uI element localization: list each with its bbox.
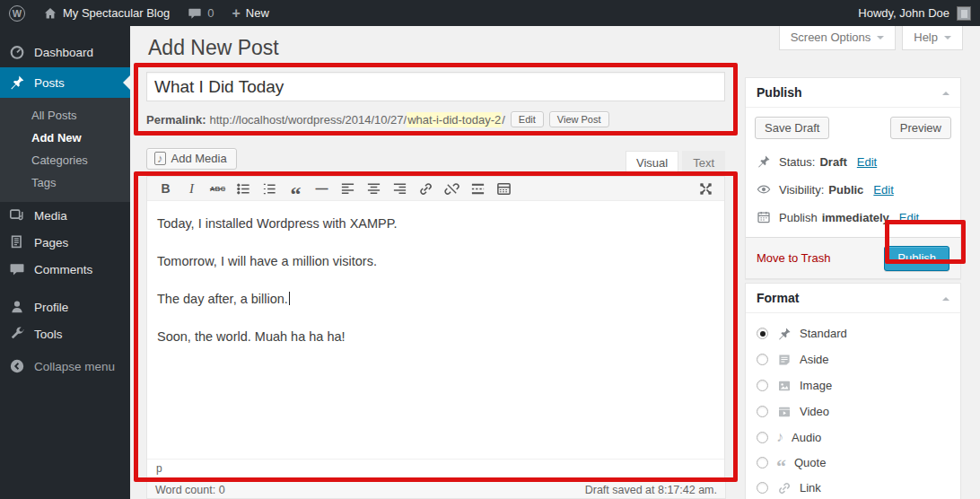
fullscreen-icon[interactable]	[693, 178, 719, 199]
editor-paragraph: Today, I installed Wordpress with XAMPP.	[157, 216, 714, 231]
sidebar-item-pages[interactable]: Pages	[0, 229, 130, 256]
link-icon[interactable]	[413, 178, 439, 199]
dashboard-icon	[8, 44, 25, 61]
toggle-panel-icon[interactable]	[942, 88, 949, 95]
radio[interactable]	[757, 482, 768, 494]
text-cursor	[289, 292, 290, 305]
sidebar-item-all-posts[interactable]: All Posts	[0, 104, 130, 127]
format-option-quote[interactable]: “ Quote	[746, 450, 960, 475]
format-option-image[interactable]: Image	[746, 372, 960, 398]
radio-selected[interactable]	[757, 328, 768, 339]
editor-content[interactable]: Today, I installed Wordpress with XAMPP.…	[147, 201, 724, 382]
pages-icon	[8, 234, 25, 251]
sidebar-item-posts[interactable]: Posts	[0, 67, 130, 98]
toolbar-toggle-icon[interactable]	[491, 178, 517, 199]
toggle-panel-icon[interactable]	[942, 293, 949, 301]
chevron-down-icon	[877, 36, 884, 43]
sidebar-item-collapse-menu[interactable]: Collapse menu	[0, 353, 130, 380]
schedule-row: Publish immediately Edit	[746, 204, 960, 232]
align-center-icon[interactable]	[361, 178, 387, 199]
person-icon	[8, 299, 25, 316]
radio[interactable]	[757, 406, 768, 417]
media-icon	[8, 207, 25, 224]
format-option-aside[interactable]: Aside	[746, 346, 960, 372]
sidebar-item-add-new[interactable]: Add New	[0, 127, 130, 149]
schedule-value: immediately	[822, 211, 889, 224]
wordpress-logo-menu[interactable]: W	[0, 0, 34, 26]
format-option-audio[interactable]: ♪ Audio	[746, 425, 960, 450]
sidebar-label: Posts	[34, 76, 65, 90]
plus-icon: +	[232, 6, 240, 21]
publish-button[interactable]: Publish	[884, 246, 949, 271]
home-icon	[43, 6, 57, 21]
edit-visibility-link[interactable]: Edit	[873, 183, 893, 197]
music-note-icon: ♪	[776, 430, 783, 444]
sidebar-label: Profile	[34, 301, 68, 314]
radio[interactable]	[757, 457, 768, 468]
sidebar-label: Collapse menu	[34, 360, 115, 373]
admin-bar-new[interactable]: + New	[223, 0, 277, 26]
media-icon: ♪	[154, 152, 166, 165]
numbered-list-icon[interactable]	[257, 178, 283, 199]
italic-icon[interactable]: I	[179, 178, 205, 199]
bold-icon[interactable]: B	[153, 178, 179, 199]
editor-toolbar: B I ABC “ —	[147, 177, 724, 201]
sidebar-label: Comments	[34, 263, 92, 276]
admin-bar: W My Spectacular Blog 0 + New Howdy, Joh…	[0, 0, 980, 26]
format-option-video[interactable]: Video	[746, 398, 960, 425]
radio[interactable]	[757, 380, 768, 391]
howdy-account-menu[interactable]: Howdy, John Doe	[858, 6, 949, 20]
sidebar-item-comments[interactable]: Comments	[0, 256, 130, 283]
current-menu-arrow	[116, 75, 130, 90]
view-post-button[interactable]: View Post	[549, 111, 609, 127]
horizontal-rule-icon[interactable]: —	[309, 178, 335, 199]
move-to-trash-link[interactable]: Move to Trash	[757, 251, 830, 265]
posts-submenu: All Posts Add New Categories Tags	[0, 98, 130, 202]
post-title-input[interactable]	[146, 72, 725, 101]
more-tag-icon[interactable]	[465, 178, 491, 199]
text-tab[interactable]: Text	[682, 151, 725, 176]
permalink-trailing-slash: /	[502, 113, 505, 127]
editor-paragraph: Soon, the world. Muah ha ha ha!	[157, 329, 714, 344]
align-left-icon[interactable]	[335, 178, 361, 199]
visual-tab[interactable]: Visual	[626, 151, 678, 176]
editor-paragraph: The day after, a billion.	[157, 292, 714, 306]
site-name-link[interactable]: My Spectacular Blog	[34, 0, 179, 26]
format-option-link[interactable]: Link	[746, 475, 960, 499]
format-box-header[interactable]: Format	[746, 284, 960, 313]
sidebar-item-tools[interactable]: Tools	[0, 320, 130, 347]
chevron-down-icon	[944, 36, 951, 43]
sidebar-item-categories[interactable]: Categories	[0, 149, 130, 171]
strikethrough-icon[interactable]: ABC	[205, 178, 231, 199]
wrench-icon	[8, 326, 25, 343]
permalink-slug: what-i-did-today-2	[407, 112, 502, 127]
sidebar-label: Tools	[34, 328, 63, 341]
edit-schedule-link[interactable]: Edit	[899, 211, 919, 224]
sidebar-item-media[interactable]: Media	[0, 202, 130, 229]
sidebar-item-profile[interactable]: Profile	[0, 293, 130, 320]
video-icon	[776, 404, 792, 419]
publish-box-header[interactable]: Publish	[746, 78, 960, 108]
preview-button[interactable]: Preview	[890, 117, 951, 139]
sidebar-item-dashboard[interactable]: Dashboard	[0, 37, 130, 67]
format-option-standard[interactable]: Standard	[746, 320, 960, 346]
admin-bar-comments[interactable]: 0	[179, 0, 223, 26]
link-icon	[776, 480, 792, 495]
add-media-button[interactable]: ♪ Add Media	[146, 148, 237, 170]
sidebar-item-tags[interactable]: Tags	[0, 171, 130, 194]
aside-icon	[776, 352, 792, 367]
collapse-arrow-icon	[8, 358, 25, 375]
help-tab[interactable]: Help	[902, 26, 963, 50]
edit-permalink-button[interactable]: Edit	[511, 111, 544, 127]
radio[interactable]	[757, 432, 768, 443]
sidebar-separator	[0, 283, 130, 293]
unlink-icon[interactable]	[439, 178, 465, 199]
edit-status-link[interactable]: Edit	[857, 155, 877, 169]
bulleted-list-icon[interactable]	[231, 178, 257, 199]
editor-element-path[interactable]: p	[147, 459, 724, 478]
blockquote-icon[interactable]: “	[283, 178, 309, 199]
screen-options-tab[interactable]: Screen Options	[779, 26, 897, 50]
radio[interactable]	[757, 354, 768, 365]
save-draft-button[interactable]: Save Draft	[755, 117, 829, 139]
align-right-icon[interactable]	[387, 178, 413, 199]
